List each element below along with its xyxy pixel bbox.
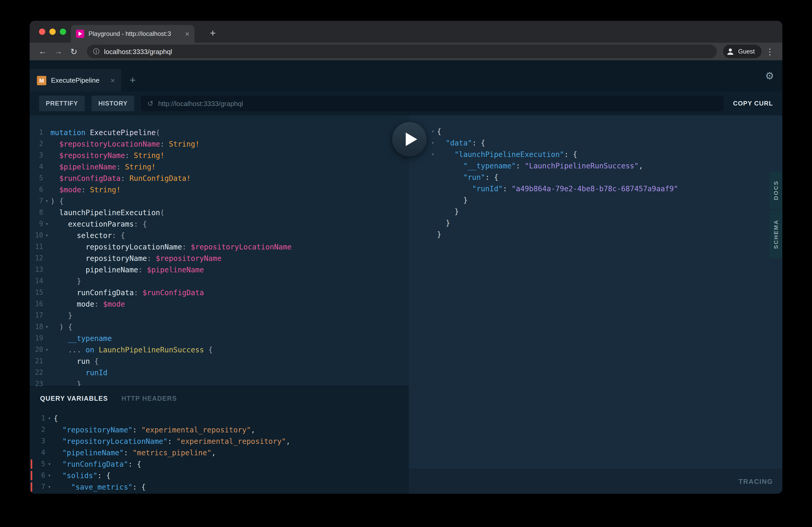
code-line[interactable]: 15 runConfigData: $runConfigData xyxy=(30,287,409,298)
code-line[interactable]: 17 } xyxy=(30,310,409,321)
fold-gutter xyxy=(43,378,50,386)
fold-caret-icon[interactable]: ▾ xyxy=(45,481,54,493)
query-editor[interactable]: 1mutation ExecutePipeline(2 $repositoryL… xyxy=(30,115,409,386)
code-line[interactable]: 21 run { xyxy=(30,356,409,367)
fold-caret-icon[interactable]: ▾ xyxy=(43,321,50,333)
code-line[interactable]: 14 } xyxy=(30,275,409,287)
line-number: 1 xyxy=(30,127,43,138)
code-line[interactable]: "__typename": "LaunchPipelineRunSuccess"… xyxy=(409,160,782,171)
code-line[interactable]: 16 mode: $mode xyxy=(30,298,409,310)
variables-panel: QUERY VARIABLES HTTP HEADERS 1▾{2 "repos… xyxy=(30,386,409,494)
code-line[interactable]: 3 $repositoryName: String! xyxy=(30,150,409,161)
window-controls xyxy=(39,29,66,35)
code-line[interactable]: ▾ "data": { xyxy=(409,137,782,149)
code-line[interactable]: 23 } xyxy=(30,378,409,386)
fold-caret-icon[interactable]: ▾ xyxy=(43,218,50,230)
code-text: ... on LaunchPipelineRunSuccess { xyxy=(50,344,213,356)
code-line[interactable]: 1▾{ xyxy=(30,413,409,424)
code-line[interactable]: 9▾ executionParams: { xyxy=(30,218,409,230)
code-text: pipelineName: $pipelineName xyxy=(50,264,204,275)
endpoint-input[interactable]: ↺ http://localhost:3333/graphql xyxy=(141,96,724,111)
variables-editor[interactable]: 1▾{2 "repositoryName": "experimental_rep… xyxy=(30,413,409,493)
line-number: 23 xyxy=(30,378,43,386)
code-line[interactable]: 5 $runConfigData: RunConfigData! xyxy=(30,172,409,184)
line-number: 1 xyxy=(30,413,45,424)
code-line[interactable]: } xyxy=(409,217,782,229)
code-line[interactable]: "run": { xyxy=(409,171,782,183)
code-line[interactable]: 13 pipelineName: $pipelineName xyxy=(30,264,409,275)
fold-gutter xyxy=(43,287,50,298)
fold-caret-icon[interactable]: ▾ xyxy=(429,149,437,160)
fold-caret-icon[interactable]: ▾ xyxy=(429,137,437,149)
forward-icon[interactable]: → xyxy=(52,47,65,56)
code-line[interactable]: 4 $pipelineName: String! xyxy=(30,161,409,172)
code-line[interactable]: 6▾ "solids": { xyxy=(30,470,409,481)
code-line[interactable]: } xyxy=(409,206,782,217)
code-line[interactable]: 11 repositoryLocationName: $repositoryLo… xyxy=(30,241,409,253)
code-line[interactable]: 12 repositoryName: $repositoryName xyxy=(30,253,409,264)
docs-tab[interactable]: DOCS xyxy=(769,171,782,209)
back-icon[interactable]: ← xyxy=(36,47,49,56)
code-line[interactable]: 10▾ selector: { xyxy=(30,230,409,241)
history-button[interactable]: HISTORY xyxy=(91,96,134,111)
error-marker-icon xyxy=(31,482,32,492)
reload-icon[interactable]: ↻ xyxy=(67,46,81,56)
code-line[interactable]: 7▾ "save_metrics": { xyxy=(30,481,409,493)
code-line[interactable]: 7▾) { xyxy=(30,195,409,207)
error-marker-icon xyxy=(31,460,32,469)
fold-caret-icon[interactable]: ▾ xyxy=(43,344,50,356)
close-tab-icon[interactable]: × xyxy=(185,30,189,38)
code-line[interactable]: 22 runId xyxy=(30,367,409,378)
code-line[interactable]: 8 launchPipelineExecution( xyxy=(30,207,409,218)
fold-caret-icon[interactable]: ▾ xyxy=(43,195,50,207)
fold-gutter xyxy=(43,150,50,161)
code-line[interactable]: ▾{ xyxy=(409,126,782,137)
zoom-window-button[interactable] xyxy=(60,29,66,35)
browser-menu-icon[interactable]: ⋮ xyxy=(764,46,776,56)
fold-caret-icon[interactable]: ▾ xyxy=(45,458,54,470)
code-line[interactable]: ▾ "launchPipelineExecution": { xyxy=(409,149,782,160)
line-number: 4 xyxy=(30,161,43,172)
code-text: $pipelineName: String! xyxy=(50,161,156,172)
copy-curl-button[interactable]: COPY CURL xyxy=(733,100,773,107)
line-number: 22 xyxy=(30,367,43,378)
minimize-window-button[interactable] xyxy=(49,29,56,35)
code-line[interactable]: 18▾ ) { xyxy=(30,321,409,333)
code-line[interactable]: 1mutation ExecutePipeline( xyxy=(30,127,409,138)
code-line[interactable]: 5▾ "runConfigData": { xyxy=(30,458,409,470)
code-line[interactable]: } xyxy=(409,229,782,240)
tracing-bar[interactable]: TRACING xyxy=(409,469,782,494)
schema-tab[interactable]: SCHEMA xyxy=(769,210,782,258)
prettify-button[interactable]: PRETTIFY xyxy=(39,96,85,111)
code-line[interactable]: } xyxy=(409,194,782,206)
tab-execute-pipeline[interactable]: M ExecutePipeline × xyxy=(30,69,121,91)
code-line[interactable]: "runId": "a49b864a-79e2-4be8-b78c-687457… xyxy=(409,183,782,194)
fold-caret-icon[interactable]: ▾ xyxy=(43,230,50,241)
url-bar[interactable]: ⓘ localhost:3333/graphql xyxy=(87,45,717,58)
site-info-icon[interactable]: ⓘ xyxy=(93,47,99,56)
execute-button[interactable] xyxy=(392,122,426,156)
new-playground-tab-button[interactable]: + xyxy=(121,69,144,91)
fold-caret-icon[interactable]: ▾ xyxy=(45,413,54,424)
tab-query-variables[interactable]: QUERY VARIABLES xyxy=(40,395,108,402)
fold-caret-icon[interactable]: ▾ xyxy=(429,126,437,137)
code-line[interactable]: 20▾ ... on LaunchPipelineRunSuccess { xyxy=(30,344,409,356)
profile-button[interactable]: Guest xyxy=(723,45,762,58)
code-line[interactable]: 4 "pipelineName": "metrics_pipeline", xyxy=(30,447,409,458)
code-line[interactable]: 2 $repositoryLocationName: String! xyxy=(30,138,409,150)
fold-caret-icon[interactable]: ▾ xyxy=(45,470,54,481)
code-text: $repositoryLocationName: String! xyxy=(50,138,200,150)
code-line[interactable]: 2 "repositoryName": "experimental_reposi… xyxy=(30,424,409,436)
code-line[interactable]: 19 __typename xyxy=(30,333,409,344)
settings-gear-icon[interactable]: ⚙ xyxy=(765,70,774,82)
close-playground-tab-icon[interactable]: × xyxy=(110,76,115,85)
code-line[interactable]: 6 $mode: String! xyxy=(30,184,409,195)
new-tab-button[interactable]: + xyxy=(205,26,220,41)
browser-tab[interactable]: Playground - http://localhost:3 × xyxy=(71,25,194,43)
close-window-button[interactable] xyxy=(39,29,45,35)
line-number: 3 xyxy=(30,150,43,161)
code-line[interactable]: 3 "repositoryLocationName": "experimenta… xyxy=(30,436,409,447)
tab-http-headers[interactable]: HTTP HEADERS xyxy=(121,395,177,402)
browser-tab-strip: Playground - http://localhost:3 × + xyxy=(30,21,782,43)
tracing-label: TRACING xyxy=(739,477,773,485)
